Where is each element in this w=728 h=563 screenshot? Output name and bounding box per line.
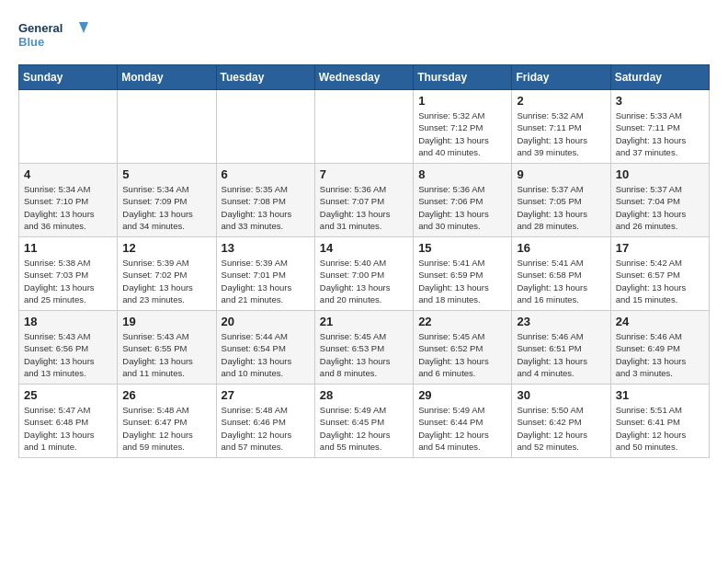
day-number: 9 xyxy=(517,167,605,181)
day-info: Sunrise: 5:34 AM Sunset: 7:10 PM Dayligh… xyxy=(24,183,112,232)
day-number: 10 xyxy=(616,167,704,181)
day-cell: 10Sunrise: 5:37 AM Sunset: 7:04 PM Dayli… xyxy=(610,164,709,237)
day-number: 19 xyxy=(122,315,210,328)
day-info: Sunrise: 5:42 AM Sunset: 6:57 PM Dayligh… xyxy=(616,257,704,305)
day-info: Sunrise: 5:37 AM Sunset: 7:04 PM Dayligh… xyxy=(616,183,704,232)
day-number: 12 xyxy=(122,241,210,255)
day-number: 13 xyxy=(222,241,310,255)
day-cell xyxy=(19,90,118,164)
calendar-table: SundayMondayTuesdayWednesdayThursdayFrid… xyxy=(18,64,710,458)
day-info: Sunrise: 5:50 AM Sunset: 6:42 PM Dayligh… xyxy=(517,404,605,453)
day-info: Sunrise: 5:49 AM Sunset: 6:45 PM Dayligh… xyxy=(320,404,408,453)
week-row-5: 25Sunrise: 5:47 AM Sunset: 6:48 PM Dayli… xyxy=(19,385,710,458)
day-number: 2 xyxy=(517,94,605,108)
day-info: Sunrise: 5:41 AM Sunset: 6:58 PM Dayligh… xyxy=(517,257,605,305)
weekday-header-row: SundayMondayTuesdayWednesdayThursdayFrid… xyxy=(19,65,710,90)
day-info: Sunrise: 5:44 AM Sunset: 6:54 PM Dayligh… xyxy=(222,330,310,379)
day-number: 1 xyxy=(418,94,506,108)
week-row-2: 4Sunrise: 5:34 AM Sunset: 7:10 PM Daylig… xyxy=(19,164,710,237)
weekday-header-sunday: Sunday xyxy=(19,65,118,90)
day-number: 3 xyxy=(616,94,704,108)
page-header: General Blue xyxy=(18,18,710,55)
day-cell: 15Sunrise: 5:41 AM Sunset: 6:59 PM Dayli… xyxy=(414,237,512,311)
day-number: 6 xyxy=(222,167,310,181)
week-row-3: 11Sunrise: 5:38 AM Sunset: 7:03 PM Dayli… xyxy=(19,237,710,311)
day-info: Sunrise: 5:32 AM Sunset: 7:12 PM Dayligh… xyxy=(418,109,506,158)
svg-marker-2 xyxy=(79,22,88,33)
day-info: Sunrise: 5:36 AM Sunset: 7:07 PM Dayligh… xyxy=(320,183,408,232)
day-info: Sunrise: 5:49 AM Sunset: 6:44 PM Dayligh… xyxy=(418,404,506,453)
day-cell: 9Sunrise: 5:37 AM Sunset: 7:05 PM Daylig… xyxy=(512,164,610,237)
weekday-header-friday: Friday xyxy=(512,65,610,90)
day-info: Sunrise: 5:48 AM Sunset: 6:46 PM Dayligh… xyxy=(222,404,310,453)
day-cell: 16Sunrise: 5:41 AM Sunset: 6:58 PM Dayli… xyxy=(512,237,610,311)
day-cell: 1Sunrise: 5:32 AM Sunset: 7:12 PM Daylig… xyxy=(414,90,512,164)
day-number: 27 xyxy=(222,388,310,402)
day-number: 4 xyxy=(24,167,112,181)
logo-svg: General Blue xyxy=(18,18,92,55)
day-cell: 25Sunrise: 5:47 AM Sunset: 6:48 PM Dayli… xyxy=(19,385,118,458)
day-info: Sunrise: 5:46 AM Sunset: 6:49 PM Dayligh… xyxy=(616,330,704,379)
day-cell: 19Sunrise: 5:43 AM Sunset: 6:55 PM Dayli… xyxy=(118,311,216,385)
day-cell: 18Sunrise: 5:43 AM Sunset: 6:56 PM Dayli… xyxy=(19,311,118,385)
day-info: Sunrise: 5:43 AM Sunset: 6:55 PM Dayligh… xyxy=(122,330,210,379)
day-cell: 17Sunrise: 5:42 AM Sunset: 6:57 PM Dayli… xyxy=(610,237,709,311)
day-cell: 4Sunrise: 5:34 AM Sunset: 7:10 PM Daylig… xyxy=(19,164,118,237)
weekday-header-saturday: Saturday xyxy=(610,65,709,90)
week-row-4: 18Sunrise: 5:43 AM Sunset: 6:56 PM Dayli… xyxy=(19,311,710,385)
logo: General Blue xyxy=(18,18,92,55)
day-cell xyxy=(314,90,413,164)
day-info: Sunrise: 5:46 AM Sunset: 6:51 PM Dayligh… xyxy=(517,330,605,379)
day-info: Sunrise: 5:47 AM Sunset: 6:48 PM Dayligh… xyxy=(24,404,112,453)
day-cell: 23Sunrise: 5:46 AM Sunset: 6:51 PM Dayli… xyxy=(512,311,610,385)
day-info: Sunrise: 5:38 AM Sunset: 7:03 PM Dayligh… xyxy=(24,257,112,305)
day-info: Sunrise: 5:35 AM Sunset: 7:08 PM Dayligh… xyxy=(222,183,310,232)
day-info: Sunrise: 5:51 AM Sunset: 6:41 PM Dayligh… xyxy=(616,404,704,453)
day-cell: 31Sunrise: 5:51 AM Sunset: 6:41 PM Dayli… xyxy=(610,385,709,458)
day-cell xyxy=(216,90,314,164)
day-info: Sunrise: 5:45 AM Sunset: 6:53 PM Dayligh… xyxy=(320,330,408,379)
day-number: 16 xyxy=(517,241,605,255)
day-cell: 20Sunrise: 5:44 AM Sunset: 6:54 PM Dayli… xyxy=(216,311,314,385)
day-number: 11 xyxy=(24,241,112,255)
day-cell: 7Sunrise: 5:36 AM Sunset: 7:07 PM Daylig… xyxy=(314,164,413,237)
day-number: 23 xyxy=(517,315,605,328)
day-cell: 5Sunrise: 5:34 AM Sunset: 7:09 PM Daylig… xyxy=(118,164,216,237)
day-cell: 22Sunrise: 5:45 AM Sunset: 6:52 PM Dayli… xyxy=(414,311,512,385)
day-number: 20 xyxy=(222,315,310,328)
day-cell xyxy=(118,90,216,164)
day-number: 28 xyxy=(320,388,408,402)
day-cell: 6Sunrise: 5:35 AM Sunset: 7:08 PM Daylig… xyxy=(216,164,314,237)
day-info: Sunrise: 5:33 AM Sunset: 7:11 PM Dayligh… xyxy=(616,109,704,158)
day-cell: 27Sunrise: 5:48 AM Sunset: 6:46 PM Dayli… xyxy=(216,385,314,458)
day-number: 18 xyxy=(24,315,112,328)
day-info: Sunrise: 5:45 AM Sunset: 6:52 PM Dayligh… xyxy=(418,330,506,379)
day-number: 31 xyxy=(616,388,704,402)
day-cell: 26Sunrise: 5:48 AM Sunset: 6:47 PM Dayli… xyxy=(118,385,216,458)
day-number: 22 xyxy=(418,315,506,328)
day-number: 21 xyxy=(320,315,408,328)
day-info: Sunrise: 5:37 AM Sunset: 7:05 PM Dayligh… xyxy=(517,183,605,232)
day-cell: 30Sunrise: 5:50 AM Sunset: 6:42 PM Dayli… xyxy=(512,385,610,458)
day-info: Sunrise: 5:48 AM Sunset: 6:47 PM Dayligh… xyxy=(122,404,210,453)
day-cell: 13Sunrise: 5:39 AM Sunset: 7:01 PM Dayli… xyxy=(216,237,314,311)
day-cell: 12Sunrise: 5:39 AM Sunset: 7:02 PM Dayli… xyxy=(118,237,216,311)
day-number: 7 xyxy=(320,167,408,181)
weekday-header-wednesday: Wednesday xyxy=(314,65,413,90)
day-number: 5 xyxy=(122,167,210,181)
day-info: Sunrise: 5:43 AM Sunset: 6:56 PM Dayligh… xyxy=(24,330,112,379)
day-cell: 2Sunrise: 5:32 AM Sunset: 7:11 PM Daylig… xyxy=(512,90,610,164)
day-cell: 24Sunrise: 5:46 AM Sunset: 6:49 PM Dayli… xyxy=(610,311,709,385)
day-number: 14 xyxy=(320,241,408,255)
day-number: 8 xyxy=(418,167,506,181)
day-cell: 8Sunrise: 5:36 AM Sunset: 7:06 PM Daylig… xyxy=(414,164,512,237)
weekday-header-monday: Monday xyxy=(118,65,216,90)
day-number: 29 xyxy=(418,388,506,402)
day-number: 15 xyxy=(418,241,506,255)
day-info: Sunrise: 5:39 AM Sunset: 7:02 PM Dayligh… xyxy=(122,257,210,305)
day-cell: 11Sunrise: 5:38 AM Sunset: 7:03 PM Dayli… xyxy=(19,237,118,311)
day-cell: 21Sunrise: 5:45 AM Sunset: 6:53 PM Dayli… xyxy=(314,311,413,385)
day-info: Sunrise: 5:32 AM Sunset: 7:11 PM Dayligh… xyxy=(517,109,605,158)
day-info: Sunrise: 5:40 AM Sunset: 7:00 PM Dayligh… xyxy=(320,257,408,305)
day-info: Sunrise: 5:36 AM Sunset: 7:06 PM Dayligh… xyxy=(418,183,506,232)
